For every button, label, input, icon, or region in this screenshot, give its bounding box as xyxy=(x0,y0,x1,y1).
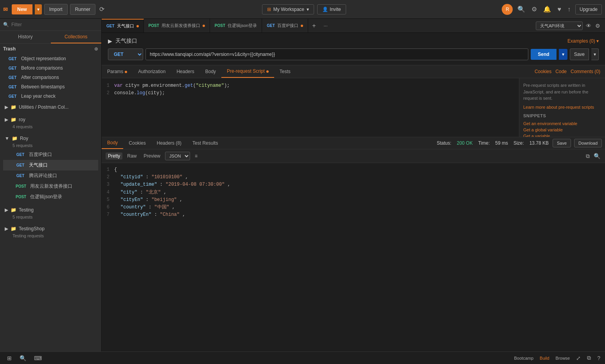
copy-icon[interactable]: ⧉ xyxy=(585,152,591,160)
environment-select[interactable]: 天气API环境 xyxy=(536,22,583,30)
method-badge: GET xyxy=(14,152,27,157)
examples-link[interactable]: Examples (0) ▾ xyxy=(567,38,599,44)
list-item[interactable]: POST 用友云新发债券接口 xyxy=(3,181,98,192)
snippet-item[interactable]: Get a global variable xyxy=(523,127,601,133)
sidebar-toggle-icon[interactable]: ⊞ xyxy=(5,354,14,362)
search-response-icon[interactable]: 🔍 xyxy=(593,152,601,160)
more-tabs-button[interactable]: ··· xyxy=(320,23,332,29)
list-item[interactable]: GET 百度IP接口 xyxy=(3,149,98,160)
raw-button[interactable]: Raw xyxy=(125,152,139,160)
size-label: Size: xyxy=(513,140,524,146)
build-link[interactable]: Build xyxy=(540,356,549,360)
line-number: 7 xyxy=(102,211,114,219)
tab-authorization[interactable]: Authorization xyxy=(133,66,171,77)
Roy-header[interactable]: ▼ 📁 Roy xyxy=(3,134,98,143)
help-icon[interactable]: ? xyxy=(597,355,600,361)
roy-sub: 4 requests xyxy=(3,124,98,131)
save-response-button[interactable]: Save xyxy=(553,139,571,147)
download-button[interactable]: Download xyxy=(574,139,602,147)
trash-section[interactable]: Trash ⊕ xyxy=(0,44,101,54)
list-item[interactable]: GET 天气接口 xyxy=(3,160,98,170)
tab-label: 天气接口 xyxy=(117,23,134,29)
folder-icon: 📁 xyxy=(11,207,16,213)
tab-body[interactable]: Body xyxy=(200,66,221,77)
pretty-button[interactable]: Pretty xyxy=(106,152,122,160)
learn-more-link[interactable]: Learn more about pre-request scripts xyxy=(523,105,601,109)
url-input[interactable] xyxy=(145,48,528,60)
snippet-item[interactable]: Get an environment variable xyxy=(523,120,601,127)
expand-icon[interactable]: ⤢ xyxy=(576,355,581,361)
json-key: "country" xyxy=(120,204,146,210)
tab-headers[interactable]: Headers xyxy=(171,66,199,77)
invite-button[interactable]: 👤 Invite xyxy=(317,4,346,14)
bootcamp-link[interactable]: Bootcamp xyxy=(514,356,534,360)
avatar[interactable]: R xyxy=(502,4,513,15)
json-line: 6 "country" : "中国" , xyxy=(102,204,605,211)
resp-tab-cookies[interactable]: Cookies xyxy=(123,138,151,149)
list-item[interactable]: GET Before comparisons xyxy=(0,63,101,73)
tab-prerequest[interactable]: Pre-request Script xyxy=(221,65,274,78)
upload-icon[interactable]: ↑ xyxy=(566,4,572,14)
tab-tests[interactable]: Tests xyxy=(274,66,296,77)
new-button[interactable]: New xyxy=(12,4,32,14)
browse-link[interactable]: Browse xyxy=(556,356,570,360)
list-item[interactable]: GET After comparisons xyxy=(0,73,101,82)
comments-link[interactable]: Comments (0) xyxy=(571,69,600,74)
eye-icon[interactable]: 👁 xyxy=(585,22,592,30)
resp-tab-body[interactable]: Body xyxy=(102,137,123,149)
search-icon[interactable]: 🔍 xyxy=(516,4,527,14)
new-dropdown-arrow[interactable]: ▾ xyxy=(35,4,42,14)
heart-icon[interactable]: ♥ xyxy=(556,4,563,14)
tab-baidu[interactable]: GET 百度IP接口 xyxy=(262,19,308,32)
send-dropdown-button[interactable]: ▾ xyxy=(559,49,567,60)
resp-tab-headers[interactable]: Headers (8) xyxy=(151,138,187,149)
code-link[interactable]: Code xyxy=(555,69,567,74)
bottom-right: Bootcamp Build Browse ⤢ ⧉ ? xyxy=(514,355,600,361)
import-button[interactable]: Import xyxy=(44,4,68,15)
tab-zhuluo[interactable]: POST 住逻辑json登录 xyxy=(210,19,262,32)
list-item[interactable]: GET Object representation xyxy=(0,54,101,63)
list-item[interactable]: GET 腾讯评论接口 xyxy=(3,170,98,181)
save-dropdown-button[interactable]: ▾ xyxy=(591,48,599,60)
share-icon[interactable]: ⧉ xyxy=(587,355,591,361)
filter-input[interactable] xyxy=(11,22,98,27)
method-badge: GET xyxy=(6,75,19,80)
json-output: 1 { 2 "cityid" : "101010100" , 3 "update xyxy=(102,163,605,351)
method-select[interactable]: GET POST PUT DELETE xyxy=(108,48,143,60)
tab-youyun[interactable]: POST 用友云新发债券接口 xyxy=(144,19,210,32)
settings-icon[interactable]: ⚙ xyxy=(530,4,539,14)
list-item[interactable]: POST 住逻辑json登录 xyxy=(3,192,98,202)
bottom-bar: ⊞ 🔍 ⌨ Bootcamp Build Browse ⤢ ⧉ ? xyxy=(0,351,605,364)
list-item[interactable]: GET Leap year check xyxy=(0,91,101,101)
tab-tianqi[interactable]: GET 天气接口 xyxy=(102,19,144,32)
search-bottom-icon[interactable]: 🔍 xyxy=(17,354,29,362)
add-tab-button[interactable]: + xyxy=(308,22,320,29)
preview-button[interactable]: Preview xyxy=(141,152,163,160)
env-settings-icon[interactable]: ⚙ xyxy=(594,22,601,30)
cookies-link[interactable]: Cookies xyxy=(535,69,551,74)
response-actions: Save Download xyxy=(553,139,605,147)
tab-params[interactable]: Params xyxy=(102,66,133,77)
save-button[interactable]: Save xyxy=(570,48,589,60)
snippet-item[interactable]: Get a variable xyxy=(523,133,601,137)
send-button[interactable]: Send xyxy=(531,49,556,60)
notification-icon[interactable]: 🔔 xyxy=(542,4,553,14)
resp-tab-test-results[interactable]: Test Results xyxy=(187,138,223,149)
workspace-button[interactable]: ⊞ My Workspace ▾ xyxy=(262,4,314,14)
roy-header[interactable]: ▶ 📁 roy xyxy=(3,115,98,124)
utilities-header[interactable]: ▶ 📁 Utilities / Postman Col... xyxy=(3,102,98,112)
runner-button[interactable]: Runner xyxy=(70,4,95,15)
list-item[interactable]: GET Between timestamps xyxy=(0,82,101,91)
keyboard-icon[interactable]: ⌨ xyxy=(32,354,44,362)
history-icon[interactable]: ⟳ xyxy=(98,4,106,14)
filter-icon[interactable]: ≡ xyxy=(192,152,200,160)
testingshop-header[interactable]: ▶ 📁 TestingShop xyxy=(3,224,98,233)
upgrade-button[interactable]: Upgrade xyxy=(575,4,602,14)
collections-tab[interactable]: Collections xyxy=(51,31,102,43)
add-collection-icon[interactable]: ⊕ xyxy=(94,46,98,52)
format-type-select[interactable]: JSON xyxy=(165,152,190,160)
line-number: 2 xyxy=(102,174,114,181)
testing-header[interactable]: ▶ 📁 Testing xyxy=(3,205,98,215)
code-editor[interactable]: 1 var city= pm.environment.get("cityname… xyxy=(102,78,519,137)
history-tab[interactable]: History xyxy=(0,31,51,43)
